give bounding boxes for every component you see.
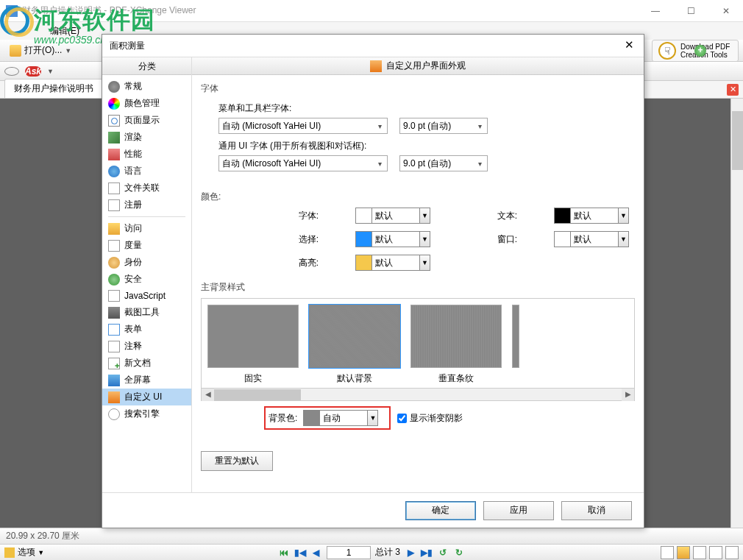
eye-icon[interactable]	[4, 67, 19, 76]
zoom-out-icon[interactable]	[661, 546, 674, 559]
bg-style-solid[interactable]: 固实	[207, 305, 299, 394]
cat-js[interactable]: JavaScript	[102, 288, 191, 304]
download-icon: ☟	[658, 42, 676, 60]
maximize-button[interactable]: ☐	[680, 6, 702, 16]
cancel-button[interactable]: 取消	[561, 501, 632, 520]
cat-reg[interactable]: 注册	[102, 196, 191, 213]
reset-button[interactable]: 重置为默认	[201, 451, 273, 471]
nav-next-icon[interactable]: ▶	[405, 547, 416, 559]
cat-custom-ui[interactable]: 自定义 UI	[102, 389, 191, 405]
color-select-combo[interactable]: 默认▼	[355, 231, 430, 247]
ok-button[interactable]: 确定	[405, 501, 476, 520]
page-total-label: 总计 3	[375, 546, 400, 559]
cat-snap[interactable]: 截图工具	[102, 304, 191, 321]
bg-style-list: 固实 默认背景 垂直条纹 ◀▶	[201, 298, 635, 401]
layout-facing-icon[interactable]	[709, 546, 722, 559]
font-ui-label: 通用 UI 字体 (用于所有视图和对话框):	[218, 140, 635, 152]
dialog-footer: 确定 应用 取消	[102, 492, 644, 528]
cat-fullscreen[interactable]: 全屏幕	[102, 372, 191, 389]
font-ui-combo[interactable]: 自动 (Microsoft YaHei UI)▾	[218, 155, 388, 171]
color-text-combo[interactable]: 默认▼	[554, 208, 629, 224]
category-header: 分类	[102, 57, 191, 75]
add-icon[interactable]: +	[694, 45, 706, 57]
bg-style-vertical[interactable]: 垂直条纹	[410, 305, 502, 394]
cat-newdoc[interactable]: 新文档	[102, 355, 191, 372]
cat-id[interactable]: 身份	[102, 254, 191, 271]
color-highlight-combo[interactable]: 默认▼	[355, 255, 430, 271]
status-bar: 20.99 x 29.70 厘米	[0, 528, 743, 544]
apply-button[interactable]: 应用	[483, 501, 554, 520]
folder-icon	[10, 45, 21, 57]
font-menu-size-combo[interactable]: 9.0 pt (自动)▾	[399, 118, 488, 134]
options-button[interactable]: 选项 ▼	[18, 546, 44, 559]
window-titlebar: 财务用户操作说明书 - PDF-XChange Viewer — ☐ ✕	[0, 0, 743, 22]
ui-icon	[370, 60, 382, 72]
dialog-titlebar: 面积测量 ✕	[102, 35, 644, 57]
nav-bar: 选项 ▼ ⏮ ▮◀ ◀ 总计 3 ▶ ▶▮ ↺ ↻	[0, 544, 743, 560]
color-window-label: 窗口:	[473, 233, 517, 246]
shadow-checkbox[interactable]: 显示渐变阴影	[397, 412, 463, 425]
layout-single-icon[interactable]	[677, 546, 690, 559]
bg-style-more[interactable]	[512, 305, 519, 368]
bg-color-label: 背景色:	[269, 412, 297, 425]
color-font-label: 字体:	[274, 210, 319, 222]
category-sidebar: 分类 常规 颜色管理 页面显示 渲染 性能 语言 文件关联 注册 访问 度量 身…	[102, 57, 192, 492]
bg-color-combo[interactable]: 自动▼	[303, 410, 378, 426]
font-menu-label: 菜单和工具栏字体:	[218, 102, 635, 115]
cat-sec[interactable]: 安全	[102, 271, 191, 288]
cat-access[interactable]: 访问	[102, 220, 191, 237]
cat-assoc[interactable]: 文件关联	[102, 180, 191, 196]
cat-form[interactable]: 表单	[102, 321, 191, 338]
bg-style-default[interactable]: 默认背景	[309, 305, 400, 394]
nav-next-last-icon[interactable]: ▶▮	[421, 547, 433, 559]
nav-prev-icon[interactable]: ◀	[310, 547, 322, 559]
ask-icon[interactable]: Ask	[25, 66, 41, 77]
document-tab[interactable]: 财务用户操作说明书	[4, 79, 103, 98]
cat-search[interactable]: 搜索引擎	[102, 405, 191, 422]
app-icon	[6, 5, 18, 17]
cat-page[interactable]: 页面显示	[102, 112, 191, 129]
layout-cont-icon[interactable]	[693, 546, 706, 559]
font-ui-size-combo[interactable]: 9.0 pt (自动)▾	[399, 155, 488, 171]
cat-measure[interactable]: 度量	[102, 237, 191, 254]
flag-icon	[4, 547, 15, 558]
cat-render[interactable]: 渲染	[102, 129, 191, 146]
font-menu-combo[interactable]: 自动 (Microsoft YaHei UI)▾	[218, 118, 388, 134]
cat-color[interactable]: 颜色管理	[102, 95, 191, 112]
menu-edit[interactable]: 编辑(E)	[44, 24, 85, 39]
nav-prev-first-icon[interactable]: ▮◀	[294, 547, 306, 559]
cat-lang[interactable]: 语言	[102, 163, 191, 180]
color-window-combo[interactable]: 默认▼	[554, 231, 629, 247]
page-input[interactable]	[327, 546, 371, 559]
nav-first-icon[interactable]: ⏮	[278, 547, 290, 559]
layout-facing-cont-icon[interactable]	[725, 546, 739, 559]
cat-comment[interactable]: 注释	[102, 338, 191, 355]
minimize-button[interactable]: —	[644, 6, 666, 16]
nav-refresh-icon[interactable]: ↻	[453, 547, 465, 559]
color-select-label: 选择:	[274, 233, 319, 246]
color-text-label: 文本:	[473, 210, 517, 222]
tab-close-button[interactable]: ✕	[727, 84, 739, 96]
preferences-dialog: 面积测量 ✕ 分类 常规 颜色管理 页面显示 渲染 性能 语言 文件关联 注册 …	[102, 34, 644, 528]
window-title: 财务用户操作说明书 - PDF-XChange Viewer	[22, 4, 196, 17]
scrollbar-vertical[interactable]	[730, 99, 743, 528]
close-button[interactable]: ✕	[715, 6, 737, 16]
page-size: 20.99 x 29.70 厘米	[6, 530, 79, 542]
cat-general[interactable]: 常规	[102, 78, 191, 95]
cat-perf[interactable]: 性能	[102, 146, 191, 163]
dialog-close-button[interactable]: ✕	[622, 38, 636, 53]
font-group-label: 字体	[201, 82, 635, 95]
color-group-label: 颜色:	[201, 191, 635, 203]
nav-last-icon[interactable]: ↺	[437, 547, 449, 559]
color-font-combo[interactable]: 默认▼	[355, 208, 430, 224]
color-highlight-label: 高亮:	[274, 257, 319, 269]
bg-group-label: 主背景样式	[201, 281, 635, 294]
open-button[interactable]: 打开(O)... ▼	[4, 42, 77, 59]
bg-scrollbar[interactable]: ◀▶	[202, 388, 634, 400]
main-panel-header: 自定义用户界面外观	[192, 57, 644, 75]
